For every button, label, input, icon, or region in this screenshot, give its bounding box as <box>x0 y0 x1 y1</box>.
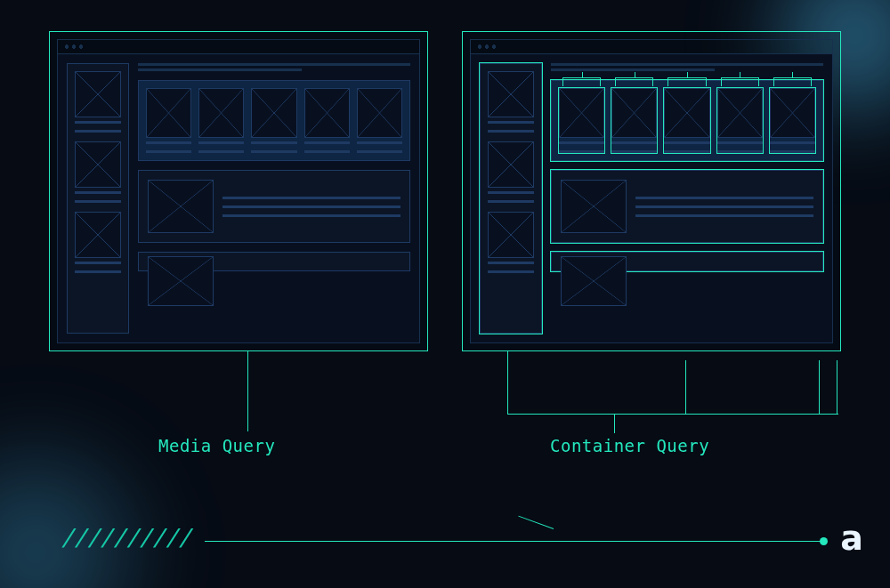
placeholder-line <box>551 63 823 66</box>
placeholder-line <box>770 141 815 144</box>
placeholder-line <box>357 141 402 144</box>
wire-card-row <box>551 80 823 161</box>
container-query-label: Container Query <box>550 436 709 455</box>
placeholder-line <box>559 150 604 153</box>
placeholder-line <box>635 214 813 217</box>
placeholder-line <box>717 141 763 144</box>
placeholder-box-icon <box>357 88 402 138</box>
placeholder-line <box>559 141 604 144</box>
placeholder-line <box>75 130 121 133</box>
brand-mark: a <box>840 519 863 558</box>
placeholder-box-icon <box>611 88 657 138</box>
wire-sidebar <box>67 63 129 334</box>
placeholder-box-icon <box>664 88 709 138</box>
placeholder-line <box>488 262 534 264</box>
wire-card <box>664 88 709 153</box>
placeholder-line <box>664 141 709 144</box>
placeholder-line <box>488 270 534 273</box>
media-query-frame <box>49 31 428 351</box>
placeholder-line <box>488 191 534 194</box>
footer-rule-line <box>205 541 821 542</box>
wire-card-row <box>138 80 410 161</box>
media-query-label: Media Query <box>158 436 275 455</box>
cq-connector-icon <box>721 77 759 86</box>
placeholder-box-icon <box>146 88 191 138</box>
wire-partial-row <box>138 252 410 271</box>
placeholder-line <box>222 214 400 217</box>
placeholder-line <box>304 150 350 153</box>
placeholder-line <box>75 191 121 194</box>
placeholder-box-icon <box>717 88 763 138</box>
placeholder-box-icon <box>488 141 534 188</box>
wire-main <box>551 63 823 334</box>
placeholder-line <box>635 197 813 199</box>
placeholder-box-icon <box>198 88 244 138</box>
placeholder-line <box>488 121 534 124</box>
wire-card <box>357 88 402 153</box>
placeholder-box-icon <box>488 212 534 258</box>
browser-chrome <box>57 39 420 53</box>
wire-partial-row <box>551 252 823 271</box>
placeholder-line <box>251 150 296 153</box>
wire-sidebar-item <box>488 141 534 203</box>
wire-card <box>717 88 763 153</box>
wire-feature-text <box>222 180 400 233</box>
placeholder-box-icon <box>75 212 121 258</box>
cq-connector-icon <box>615 77 653 86</box>
cq-lead-line <box>819 360 820 414</box>
placeholder-line <box>304 141 350 144</box>
wire-sidebar <box>480 63 542 334</box>
placeholder-line <box>770 150 815 153</box>
placeholder-box-icon <box>559 88 604 138</box>
cq-connector-icon <box>668 77 706 86</box>
wire-card <box>198 88 244 153</box>
slash-ornament-icon: ////////// <box>60 524 195 551</box>
placeholder-line <box>251 141 296 144</box>
browser-mockup <box>470 39 833 343</box>
callouts-layer: Media Query Container Query <box>0 351 890 485</box>
wire-card <box>559 88 604 153</box>
container-query-frame <box>462 31 841 351</box>
placeholder-line <box>551 68 715 71</box>
cq-connector-icon <box>562 77 601 86</box>
placeholder-box-icon <box>488 71 534 117</box>
wire-sidebar-item <box>488 212 534 273</box>
cq-connector-icon <box>773 77 812 86</box>
browser-viewport <box>57 53 420 343</box>
wire-card <box>611 88 657 153</box>
placeholder-line <box>635 205 813 208</box>
placeholder-line <box>222 205 400 208</box>
placeholder-line <box>717 150 763 153</box>
browser-chrome <box>470 39 833 53</box>
footer-decoration: ////////// a <box>0 504 890 558</box>
placeholder-line <box>75 200 121 203</box>
placeholder-line <box>198 141 244 144</box>
cq-lead-line <box>614 414 615 433</box>
placeholder-line <box>75 121 121 124</box>
placeholder-box-icon <box>148 256 214 306</box>
placeholder-line <box>198 150 244 153</box>
wire-sidebar-item <box>75 141 121 203</box>
wire-feature-text <box>635 180 813 233</box>
diagram-stage <box>49 31 841 351</box>
cq-lead-line <box>685 360 686 414</box>
placeholder-box-icon <box>251 88 296 138</box>
browser-viewport <box>470 53 833 343</box>
placeholder-line <box>138 63 410 66</box>
placeholder-line <box>664 150 709 153</box>
wire-feature-row <box>138 170 410 243</box>
placeholder-box-icon <box>148 180 214 233</box>
wire-sidebar-item <box>488 71 534 133</box>
wire-sidebar-item <box>75 212 121 273</box>
placeholder-line <box>488 130 534 133</box>
placeholder-line <box>138 68 302 71</box>
placeholder-line <box>146 141 191 144</box>
placeholder-line <box>611 141 657 144</box>
placeholder-box-icon <box>561 180 627 233</box>
glow-bottom-left <box>0 410 178 588</box>
cq-lead-line <box>507 414 838 415</box>
placeholder-box-icon <box>561 256 627 306</box>
placeholder-line <box>75 262 121 264</box>
mq-lead-line <box>247 351 248 431</box>
placeholder-box-icon <box>75 71 121 117</box>
